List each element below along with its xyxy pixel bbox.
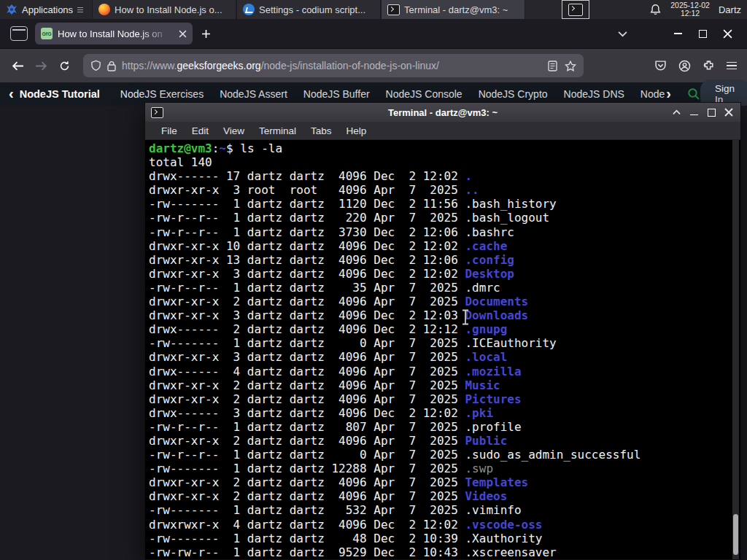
user-menu[interactable]: Dartz xyxy=(719,4,741,15)
terminal-launcher-button[interactable] xyxy=(562,0,589,19)
terminal-line: -rw-r--r-- 1 dartz dartz 0 Apr 7 2025 .s… xyxy=(149,448,730,462)
terminal-minimize-icon[interactable] xyxy=(688,106,700,118)
extensions-puzzle-icon[interactable] xyxy=(703,60,715,72)
system-tray: 2025-12-02 12:12 Dartz xyxy=(649,1,747,18)
tab-close-icon[interactable] xyxy=(179,30,187,38)
scrollbar-thumb[interactable] xyxy=(733,514,738,555)
terminal-line: -rw-r--r-- 1 dartz dartz 220 Apr 7 2025 … xyxy=(149,211,730,225)
reader-mode-icon[interactable] xyxy=(548,61,557,71)
notification-bell-icon[interactable] xyxy=(649,4,662,16)
vscodium-icon xyxy=(243,4,255,15)
terminal-line: -rw-rw-r-- 1 dartz dartz 9529 Dec 2 10:4… xyxy=(149,545,730,559)
terminal-icon xyxy=(387,4,400,15)
list-all-tabs-icon[interactable] xyxy=(610,23,635,44)
bookmark-star-icon[interactable] xyxy=(565,61,576,71)
taskbar-button-firefox[interactable]: How to Install Node.js o... xyxy=(92,0,236,19)
url-text[interactable]: https://www.geeksforgeeks.org/node-js/in… xyxy=(122,60,542,71)
menu-help[interactable]: Help xyxy=(339,125,374,136)
terminal-scrollbar[interactable] xyxy=(732,140,739,559)
url-path: /node-js/installation-of-node-js-on-linu… xyxy=(261,60,439,71)
terminal-line: drwxr-xr-x 2 dartz dartz 4096 Apr 7 2025… xyxy=(149,475,730,489)
terminal-titlebar[interactable]: Terminal - dartz@vm3: ~ xyxy=(145,103,740,122)
navigation-toolbar: https://www.geeksforgeeks.org/node-js/in… xyxy=(0,48,747,82)
terminal-line: drwx------ 4 dartz dartz 4096 Apr 7 2025… xyxy=(149,365,730,378)
terminal-line: drwxr-xr-x 2 dartz dartz 4096 Apr 7 2025… xyxy=(149,392,730,406)
nav-item-active[interactable]: NodeJS Tutorial xyxy=(20,88,100,100)
terminal-line: drwxr-xr-x 3 dartz dartz 4096 Dec 2 12:0… xyxy=(149,267,730,281)
terminal-line: -rw------- 1 dartz dartz 48 Dec 2 10:39 … xyxy=(149,532,730,545)
terminal-maximize-icon[interactable] xyxy=(705,106,717,118)
search-icon[interactable] xyxy=(687,88,700,101)
menu-edit[interactable]: Edit xyxy=(185,125,216,136)
taskbar-label: Settings - codium script... xyxy=(259,4,365,15)
panel-clock[interactable]: 2025-12-02 12:12 xyxy=(670,1,710,18)
browser-tab-active[interactable]: GfG How to Install Node.js on xyxy=(35,23,193,44)
nav-scroll-left-icon[interactable]: ‹ xyxy=(9,85,14,102)
top-panel: Applications How to Install Node.js o...… xyxy=(0,0,747,19)
new-tab-button[interactable] xyxy=(201,29,211,39)
terminal-line: drwxr-xr-x 2 dartz dartz 4096 Apr 7 2025… xyxy=(149,489,730,503)
terminal-line: -rw-r--r-- 1 dartz dartz 3730 Dec 2 12:0… xyxy=(149,225,730,239)
nav-item[interactable]: NodeJS Buffer xyxy=(303,88,370,100)
terminal-line: -rw------- 1 dartz dartz 12288 Apr 7 202… xyxy=(149,462,730,475)
menu-tabs[interactable]: Tabs xyxy=(303,125,339,136)
menu-terminal[interactable]: Terminal xyxy=(252,125,303,136)
terminal-line: drwxr-xr-x 2 dartz dartz 4096 Apr 7 2025… xyxy=(149,434,730,448)
terminal-line: drwxr-xr-x 10 dartz dartz 4096 Dec 2 12:… xyxy=(149,239,730,253)
applications-menu-button[interactable]: Applications xyxy=(0,0,89,19)
terminal-icon xyxy=(568,4,583,16)
clock-time: 12:12 xyxy=(670,9,710,18)
browser-maximize-icon[interactable] xyxy=(690,23,715,44)
terminal-body[interactable]: dartz@vm3:~$ ls -latotal 140drwx------ 1… xyxy=(145,140,740,559)
taskbar-button-terminal[interactable]: Terminal - dartz@vm3: ~ xyxy=(381,0,525,19)
url-bar[interactable]: https://www.geeksforgeeks.org/node-js/in… xyxy=(83,54,584,77)
nav-item[interactable]: NodeJS Assert xyxy=(220,88,287,100)
back-button[interactable] xyxy=(6,54,29,77)
lock-icon[interactable] xyxy=(107,61,116,71)
applications-label: Applications xyxy=(22,4,73,15)
terminal-line: drwx------ 17 dartz dartz 4096 Dec 2 12:… xyxy=(149,169,730,183)
menu-view[interactable]: View xyxy=(216,125,252,136)
tab-bar: GfG How to Install Node.js on xyxy=(0,19,747,48)
terminal-output: dartz@vm3:~$ ls -latotal 140drwx------ 1… xyxy=(149,141,730,559)
window-control-group xyxy=(610,23,747,44)
firefox-view-button[interactable] xyxy=(10,26,28,41)
account-icon[interactable] xyxy=(678,60,691,72)
nav-item-truncated[interactable]: Node xyxy=(640,88,665,100)
terminal-menubar: File Edit View Terminal Tabs Help xyxy=(145,122,740,140)
geeksforgeeks-favicon: GfG xyxy=(41,28,53,39)
terminal-line: drwxr-xr-x 13 dartz dartz 4096 Dec 2 12:… xyxy=(149,253,730,267)
terminal-line: drwxr-xr-x 3 dartz dartz 4096 Dec 2 12:0… xyxy=(149,308,730,322)
terminal-line: -rw-r--r-- 1 dartz dartz 35 Apr 7 2025 .… xyxy=(149,281,730,295)
nav-item[interactable]: NodeJS Console xyxy=(386,88,462,100)
terminal-line: drwx------ 2 dartz dartz 4096 Dec 2 12:1… xyxy=(149,322,730,336)
terminal-line: drwxrwxr-x 4 dartz dartz 4096 Dec 2 12:0… xyxy=(149,518,730,532)
browser-minimize-icon[interactable] xyxy=(665,23,690,44)
nav-item[interactable]: NodeJS DNS xyxy=(564,88,624,100)
tab-title: How to Install Node.js on xyxy=(58,28,174,39)
terminal-line: drwxr-xr-x 2 dartz dartz 4096 Apr 7 2025… xyxy=(149,378,730,392)
tracking-shield-icon[interactable] xyxy=(90,60,101,71)
toolbar-extra-icons xyxy=(654,60,747,72)
taskbar-button-codium[interactable]: Settings - codium script... xyxy=(236,0,381,19)
terminal-line: drwxr-xr-x 3 root root 4096 Apr 7 2025 .… xyxy=(149,183,730,197)
terminal-shade-icon[interactable] xyxy=(670,106,682,118)
reload-button[interactable] xyxy=(53,54,76,77)
terminal-line: -rw-r--r-- 1 dartz dartz 807 Apr 7 2025 … xyxy=(149,420,730,434)
url-prefix: https://www. xyxy=(122,60,177,71)
terminal-window-controls xyxy=(670,106,740,118)
nav-item[interactable]: NodeJS Crypto xyxy=(479,88,548,100)
terminal-line: -rw------- 1 dartz dartz 532 Apr 7 2025 … xyxy=(149,503,730,517)
pocket-icon[interactable] xyxy=(654,60,667,72)
browser-close-icon[interactable] xyxy=(715,23,740,44)
terminal-line: dartz@vm3:~$ ls -la xyxy=(149,141,730,155)
menu-grip-icon xyxy=(77,6,83,14)
nav-scroll-right-icon[interactable]: › xyxy=(666,85,671,102)
applications-icon xyxy=(6,4,18,15)
menu-hamburger-icon[interactable] xyxy=(727,60,737,72)
terminal-line: drwx------ 3 dartz dartz 4096 Dec 2 12:0… xyxy=(149,406,730,420)
nav-item[interactable]: NodeJS Exercises xyxy=(120,88,204,100)
menu-file[interactable]: File xyxy=(154,125,185,136)
forward-button[interactable] xyxy=(29,54,53,77)
terminal-close-icon[interactable] xyxy=(723,106,735,118)
